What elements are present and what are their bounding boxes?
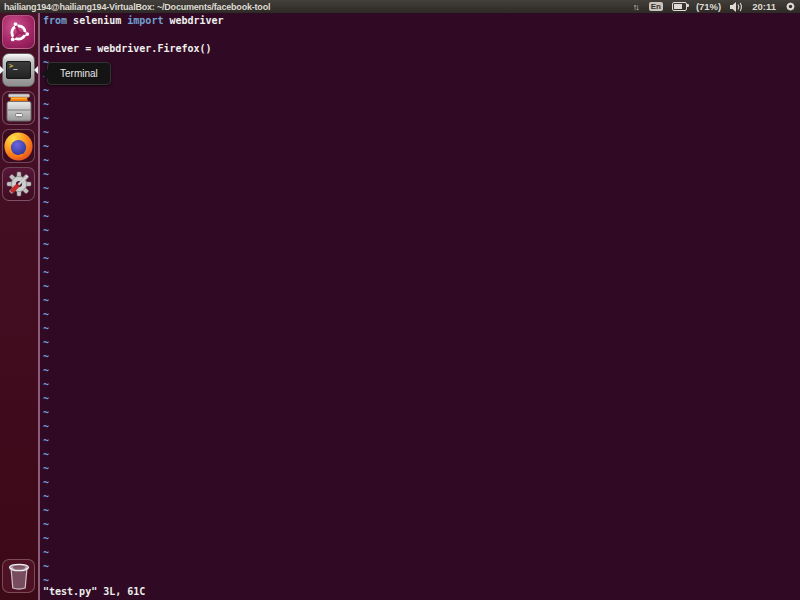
code-line-3: driver = webdriver.Firefox() [43, 42, 800, 56]
tooltip: Terminal [47, 62, 111, 85]
top-panel: hailiang194@hailiang194-VirtualBox: ~/Do… [0, 0, 800, 13]
vim-tilde: ~ [43, 252, 800, 266]
vim-tilde: ~ [43, 322, 800, 336]
vim-tilde: ~ [43, 406, 800, 420]
launcher-item-trash[interactable] [2, 559, 35, 593]
vim-tilde: ~ [43, 84, 800, 98]
gear-tools-icon [4, 169, 34, 199]
code-token: selenium [73, 15, 127, 26]
speaker-icon[interactable] [730, 2, 743, 12]
vim-tilde: ~ [43, 434, 800, 448]
launcher-item-terminal[interactable]: >_ [2, 53, 35, 87]
keyboard-layout-indicator[interactable]: En [649, 2, 663, 11]
battery-percentage: (71%) [696, 1, 721, 12]
vim-tilde: ~ [43, 532, 800, 546]
vim-tilde: ~ [43, 154, 800, 168]
tooltip-label: Terminal [60, 68, 98, 79]
updown-arrows-icon[interactable]: ↑↓ [633, 2, 640, 12]
vim-tilde: ~ [43, 350, 800, 364]
vim-tilde: ~ [43, 308, 800, 322]
vim-tilde: ~ [43, 140, 800, 154]
code-area: from selenium import webdriver driver = … [40, 13, 800, 588]
vim-tilde: ~ [43, 448, 800, 462]
launcher: >_ [0, 13, 38, 600]
vim-tilde: ~ [43, 378, 800, 392]
code-token: webdriver [169, 15, 223, 26]
vim-tilde: ~ [43, 574, 800, 588]
indicator-area: ↑↓ En (71%) 20:11 [633, 0, 796, 13]
vim-tilde: ~ [43, 476, 800, 490]
firefox-icon [3, 131, 34, 162]
vim-tilde: ~ [43, 560, 800, 574]
code-line-2 [43, 28, 800, 42]
vim-tilde: ~ [43, 462, 800, 476]
vim-tilde: ~ [43, 126, 800, 140]
window-title: hailiang194@hailiang194-VirtualBox: ~/Do… [4, 2, 270, 12]
tilde-column: ~~~~~~~~~~~~~~~~~~~~~~~~~~~~~~~~~~~~~~ [43, 56, 800, 588]
vim-tilde: ~ [43, 196, 800, 210]
vim-tilde: ~ [43, 518, 800, 532]
file-cabinet-icon [5, 93, 33, 123]
vim-tilde: ~ [43, 70, 800, 84]
vim-tilde: ~ [43, 294, 800, 308]
terminal-window[interactable]: from selenium import webdriver driver = … [38, 13, 800, 600]
vim-tilde: ~ [43, 182, 800, 196]
code-line-1: from selenium import webdriver [43, 14, 800, 28]
ubuntu-logo-icon [7, 21, 30, 44]
vim-status-line: "test.py" 3L, 61C [43, 585, 145, 599]
vim-tilde: ~ [43, 504, 800, 518]
session-gear-icon[interactable] [785, 1, 796, 12]
code-token: import [127, 15, 169, 26]
code-token: from [43, 15, 73, 26]
vim-tilde: ~ [43, 364, 800, 378]
launcher-item-firefox[interactable] [2, 129, 35, 163]
launcher-item-settings[interactable] [2, 167, 35, 201]
vim-tilde: ~ [43, 266, 800, 280]
launcher-item-files[interactable] [2, 91, 35, 125]
vim-tilde: ~ [43, 392, 800, 406]
vim-tilde: ~ [43, 490, 800, 504]
vim-tilde: ~ [43, 56, 800, 70]
desktop: hailiang194@hailiang194-VirtualBox: ~/Do… [0, 0, 800, 600]
running-indicator-arrow [0, 66, 4, 74]
terminal-icon: >_ [6, 61, 31, 79]
vim-tilde: ~ [43, 210, 800, 224]
launcher-item-ubuntu-dash[interactable] [2, 15, 35, 49]
vim-tilde: ~ [43, 98, 800, 112]
vim-tilde: ~ [43, 168, 800, 182]
vim-tilde: ~ [43, 112, 800, 126]
clock[interactable]: 20:11 [752, 1, 776, 12]
vim-tilde: ~ [43, 336, 800, 350]
trash-icon [6, 561, 32, 591]
vim-tilde: ~ [43, 280, 800, 294]
vim-tilde: ~ [43, 546, 800, 560]
vim-tilde: ~ [43, 238, 800, 252]
vim-tilde: ~ [43, 224, 800, 238]
battery-icon[interactable] [672, 2, 687, 11]
vim-tilde: ~ [43, 420, 800, 434]
